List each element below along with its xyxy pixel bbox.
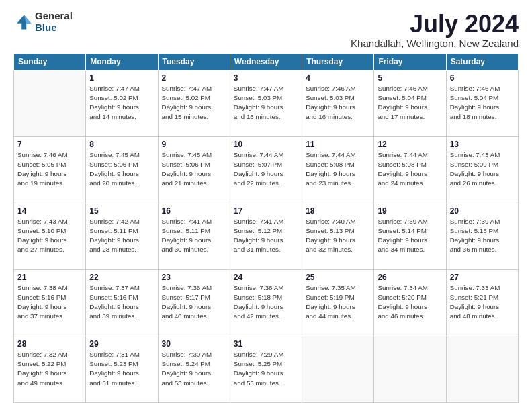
table-row: 11Sunrise: 7:44 AM Sunset: 5:08 PM Dayli… bbox=[302, 136, 374, 203]
table-row bbox=[446, 336, 518, 402]
table-row bbox=[302, 336, 374, 402]
day-info: Sunrise: 7:32 AM Sunset: 5:22 PM Dayligh… bbox=[17, 350, 82, 388]
day-number: 2 bbox=[162, 73, 226, 83]
day-number: 26 bbox=[378, 273, 442, 282]
day-number: 30 bbox=[162, 339, 226, 349]
col-saturday: Saturday bbox=[446, 53, 518, 70]
day-info: Sunrise: 7:34 AM Sunset: 5:20 PM Dayligh… bbox=[378, 283, 442, 322]
day-number: 18 bbox=[306, 206, 370, 216]
table-row: 18Sunrise: 7:40 AM Sunset: 5:13 PM Dayli… bbox=[302, 203, 374, 269]
table-row: 22Sunrise: 7:37 AM Sunset: 5:16 PM Dayli… bbox=[86, 269, 158, 336]
day-info: Sunrise: 7:44 AM Sunset: 5:08 PM Dayligh… bbox=[306, 150, 370, 189]
day-info: Sunrise: 7:39 AM Sunset: 5:15 PM Dayligh… bbox=[450, 217, 515, 255]
table-row: 9Sunrise: 7:45 AM Sunset: 5:06 PM Daylig… bbox=[158, 136, 230, 203]
table-row: 28Sunrise: 7:32 AM Sunset: 5:22 PM Dayli… bbox=[14, 336, 86, 402]
day-number: 4 bbox=[306, 73, 370, 83]
table-row: 19Sunrise: 7:39 AM Sunset: 5:14 PM Dayli… bbox=[374, 203, 446, 269]
day-info: Sunrise: 7:31 AM Sunset: 5:23 PM Dayligh… bbox=[89, 350, 154, 388]
day-info: Sunrise: 7:47 AM Sunset: 5:02 PM Dayligh… bbox=[89, 84, 154, 122]
table-row: 23Sunrise: 7:36 AM Sunset: 5:17 PM Dayli… bbox=[158, 269, 230, 336]
day-info: Sunrise: 7:33 AM Sunset: 5:21 PM Dayligh… bbox=[450, 283, 515, 322]
table-row: 13Sunrise: 7:43 AM Sunset: 5:09 PM Dayli… bbox=[446, 136, 518, 203]
table-row: 16Sunrise: 7:41 AM Sunset: 5:11 PM Dayli… bbox=[158, 203, 230, 269]
title-block: July 2024 Khandallah, Wellington, New Ze… bbox=[351, 11, 519, 49]
day-info: Sunrise: 7:40 AM Sunset: 5:13 PM Dayligh… bbox=[306, 217, 370, 255]
day-number: 24 bbox=[234, 273, 298, 282]
table-row: 31Sunrise: 7:29 AM Sunset: 5:25 PM Dayli… bbox=[230, 336, 302, 402]
table-row: 27Sunrise: 7:33 AM Sunset: 5:21 PM Dayli… bbox=[446, 269, 518, 336]
day-number: 22 bbox=[89, 273, 154, 282]
col-sunday: Sunday bbox=[14, 53, 86, 70]
calendar-week-row: 7Sunrise: 7:46 AM Sunset: 5:05 PM Daylig… bbox=[14, 136, 519, 203]
calendar-week-row: 14Sunrise: 7:43 AM Sunset: 5:10 PM Dayli… bbox=[14, 203, 519, 269]
day-info: Sunrise: 7:30 AM Sunset: 5:24 PM Dayligh… bbox=[162, 350, 226, 388]
day-number: 13 bbox=[450, 140, 515, 149]
calendar-week-row: 28Sunrise: 7:32 AM Sunset: 5:22 PM Dayli… bbox=[14, 336, 519, 402]
day-info: Sunrise: 7:29 AM Sunset: 5:25 PM Dayligh… bbox=[234, 350, 298, 388]
table-row: 10Sunrise: 7:44 AM Sunset: 5:07 PM Dayli… bbox=[230, 136, 302, 203]
col-tuesday: Tuesday bbox=[158, 53, 230, 70]
table-row: 15Sunrise: 7:42 AM Sunset: 5:11 PM Dayli… bbox=[86, 203, 158, 269]
table-row: 5Sunrise: 7:46 AM Sunset: 5:04 PM Daylig… bbox=[374, 70, 446, 136]
day-number: 14 bbox=[17, 206, 82, 216]
day-info: Sunrise: 7:41 AM Sunset: 5:11 PM Dayligh… bbox=[162, 217, 226, 255]
day-info: Sunrise: 7:39 AM Sunset: 5:14 PM Dayligh… bbox=[378, 217, 442, 255]
calendar-week-row: 21Sunrise: 7:38 AM Sunset: 5:16 PM Dayli… bbox=[14, 269, 519, 336]
table-row: 24Sunrise: 7:36 AM Sunset: 5:18 PM Dayli… bbox=[230, 269, 302, 336]
calendar-table: Sunday Monday Tuesday Wednesday Thursday… bbox=[13, 53, 519, 403]
day-info: Sunrise: 7:41 AM Sunset: 5:12 PM Dayligh… bbox=[234, 217, 298, 255]
table-row: 17Sunrise: 7:41 AM Sunset: 5:12 PM Dayli… bbox=[230, 203, 302, 269]
table-row: 14Sunrise: 7:43 AM Sunset: 5:10 PM Dayli… bbox=[14, 203, 86, 269]
day-number: 5 bbox=[378, 73, 442, 83]
day-number: 29 bbox=[89, 339, 154, 349]
day-info: Sunrise: 7:47 AM Sunset: 5:02 PM Dayligh… bbox=[162, 84, 226, 122]
day-number: 21 bbox=[17, 273, 82, 282]
day-info: Sunrise: 7:46 AM Sunset: 5:05 PM Dayligh… bbox=[17, 150, 82, 189]
page-header: General Blue July 2024 Khandallah, Welli… bbox=[13, 11, 519, 49]
day-number: 8 bbox=[89, 140, 154, 149]
col-monday: Monday bbox=[86, 53, 158, 70]
day-info: Sunrise: 7:37 AM Sunset: 5:16 PM Dayligh… bbox=[89, 283, 154, 322]
day-info: Sunrise: 7:44 AM Sunset: 5:07 PM Dayligh… bbox=[234, 150, 298, 189]
table-row: 1Sunrise: 7:47 AM Sunset: 5:02 PM Daylig… bbox=[86, 70, 158, 136]
table-row: 25Sunrise: 7:35 AM Sunset: 5:19 PM Dayli… bbox=[302, 269, 374, 336]
table-row: 21Sunrise: 7:38 AM Sunset: 5:16 PM Dayli… bbox=[14, 269, 86, 336]
day-number: 7 bbox=[17, 140, 82, 149]
table-row: 30Sunrise: 7:30 AM Sunset: 5:24 PM Dayli… bbox=[158, 336, 230, 402]
day-number: 10 bbox=[234, 140, 298, 149]
logo: General Blue bbox=[13, 11, 73, 33]
table-row: 26Sunrise: 7:34 AM Sunset: 5:20 PM Dayli… bbox=[374, 269, 446, 336]
logo-icon bbox=[13, 13, 32, 32]
day-info: Sunrise: 7:46 AM Sunset: 5:03 PM Dayligh… bbox=[306, 84, 370, 122]
day-number: 3 bbox=[234, 73, 298, 83]
day-number: 19 bbox=[378, 206, 442, 216]
subtitle: Khandallah, Wellington, New Zealand bbox=[351, 38, 519, 49]
table-row: 4Sunrise: 7:46 AM Sunset: 5:03 PM Daylig… bbox=[302, 70, 374, 136]
day-number: 16 bbox=[162, 206, 226, 216]
col-thursday: Thursday bbox=[302, 53, 374, 70]
day-info: Sunrise: 7:42 AM Sunset: 5:11 PM Dayligh… bbox=[89, 217, 154, 255]
day-number: 17 bbox=[234, 206, 298, 216]
day-number: 1 bbox=[89, 73, 154, 83]
table-row bbox=[374, 336, 446, 402]
table-row: 20Sunrise: 7:39 AM Sunset: 5:15 PM Dayli… bbox=[446, 203, 518, 269]
main-title: July 2024 bbox=[351, 11, 519, 38]
table-row: 12Sunrise: 7:44 AM Sunset: 5:08 PM Dayli… bbox=[374, 136, 446, 203]
table-row bbox=[14, 70, 86, 136]
day-info: Sunrise: 7:35 AM Sunset: 5:19 PM Dayligh… bbox=[306, 283, 370, 322]
table-row: 3Sunrise: 7:47 AM Sunset: 5:03 PM Daylig… bbox=[230, 70, 302, 136]
day-info: Sunrise: 7:45 AM Sunset: 5:06 PM Dayligh… bbox=[162, 150, 226, 189]
day-number: 27 bbox=[450, 273, 515, 282]
day-info: Sunrise: 7:45 AM Sunset: 5:06 PM Dayligh… bbox=[89, 150, 154, 189]
day-info: Sunrise: 7:43 AM Sunset: 5:09 PM Dayligh… bbox=[450, 150, 515, 189]
day-number: 25 bbox=[306, 273, 370, 282]
table-row: 2Sunrise: 7:47 AM Sunset: 5:02 PM Daylig… bbox=[158, 70, 230, 136]
day-number: 12 bbox=[378, 140, 442, 149]
table-row: 8Sunrise: 7:45 AM Sunset: 5:06 PM Daylig… bbox=[86, 136, 158, 203]
day-number: 6 bbox=[450, 73, 515, 83]
day-number: 9 bbox=[162, 140, 226, 149]
day-number: 23 bbox=[162, 273, 226, 282]
table-row: 7Sunrise: 7:46 AM Sunset: 5:05 PM Daylig… bbox=[14, 136, 86, 203]
calendar-header-row: Sunday Monday Tuesday Wednesday Thursday… bbox=[14, 53, 519, 70]
logo-general: General bbox=[35, 11, 73, 22]
